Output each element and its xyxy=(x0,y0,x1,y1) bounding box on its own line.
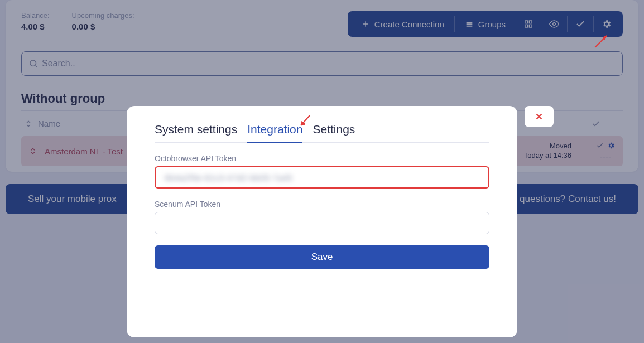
scenum-token-input[interactable] xyxy=(155,212,489,234)
tab-system-settings[interactable]: System settings xyxy=(155,123,237,142)
tab-settings[interactable]: Settings xyxy=(313,123,355,142)
scenum-token-label: Scenum API Token xyxy=(155,200,489,209)
octo-token-value: 6b4a2f9e-81c3-47d2-bb05-7a45 xyxy=(162,173,292,182)
octo-token-label: Octobrowser API Token xyxy=(155,154,489,163)
close-icon xyxy=(534,112,544,122)
settings-modal: System settings Integration Settings Oct… xyxy=(127,106,517,337)
save-button[interactable]: Save xyxy=(155,245,489,269)
tab-integration[interactable]: Integration xyxy=(247,123,302,143)
close-modal-button[interactable] xyxy=(525,106,554,127)
modal-tabs: System settings Integration Settings xyxy=(155,123,489,143)
octo-token-input[interactable]: 6b4a2f9e-81c3-47d2-bb05-7a45 xyxy=(155,166,489,189)
